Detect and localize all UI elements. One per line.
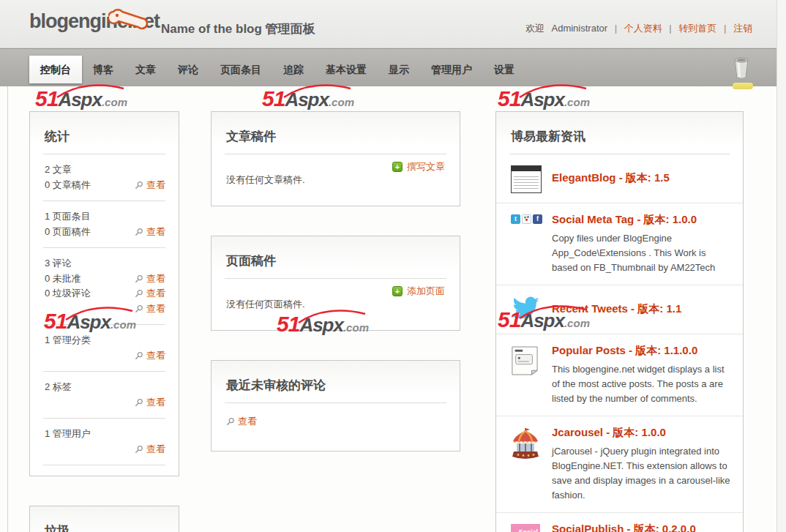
view-link[interactable]: 查看 [135,286,165,301]
twitter-icon: t [511,214,520,224]
magnifier-icon [135,274,143,283]
news-item-title[interactable]: Recent Tweets - 版本: 1.1 [552,302,681,316]
empty-message: 没有任何文章稿件. [226,173,445,187]
add-icon: + [392,286,403,296]
admin-dashboard-page: blogengine.net Name of the blog 管理面板 欢迎 … [0,0,786,532]
news-item-description: jCarousel - jQuery plugin integrated int… [552,444,733,503]
view-link[interactable]: 查看 [135,395,165,411]
tab-comments[interactable]: 评论 [167,56,209,83]
twitter-bird-icon [511,295,544,324]
view-link[interactable]: 查看 [135,271,165,287]
news-panel: 博易最新资讯 ElegantBlog - 版本: 1.5 t f [495,111,744,532]
news-item-description: Copy files under BlogEngine App_Code\Ext… [552,231,733,275]
tab-pages[interactable]: 页面条目 [209,56,272,83]
news-item-title[interactable]: Jcarousel - 版本: 1.0.0 [552,426,666,440]
view-link[interactable]: 查看 [135,225,165,240]
watermark-51aspx: 51Aspx.com [35,86,127,111]
google-icon [522,214,531,224]
content-left-border [7,86,8,532]
magnifier-icon [135,181,143,190]
trash-bin-panel: 垃圾 [29,506,179,532]
tab-blog[interactable]: 博客 [82,56,124,83]
write-post-link[interactable]: + 撰写文章 [392,160,445,173]
social-meta-tag-icon: t f [511,213,544,275]
tab-posts[interactable]: 文章 [124,56,167,83]
tab-users[interactable]: 管理用户 [420,56,483,83]
tab-trackbacks[interactable]: 追踪 [272,56,315,83]
logout-link[interactable]: 注销 [733,23,752,34]
stat-label: 0 页面稿件 [45,225,91,240]
news-item-title[interactable]: Social Meta Tag - 版本: 1.0.0 [552,213,697,227]
stat-label: 0 文章稿件 [45,178,91,193]
list-item: Popular Posts - 版本: 1.1.0.0 This blogeng… [496,334,743,416]
socialpublish-icon: SocialPublish [511,522,544,532]
tab-settings[interactable]: 设置 [483,56,525,83]
view-link[interactable]: 查看 [135,178,165,193]
magnifier-icon [135,289,143,298]
stat-label: 2 标签 [45,380,72,395]
stats-group-categories: 1 管理分类 查看 [30,325,179,371]
wrench-icon [108,3,151,37]
list-item: Recent Tweets - 版本: 1.1 [496,285,743,334]
stats-panel: 统计 2 文章 0 文章稿件 查看 1 页面条目 0 页面稿件 查看 3 评论 … [29,111,179,476]
stat-label: 1 管理分类 [45,333,91,348]
username: Administrator [547,23,608,34]
tab-appearance[interactable]: 显示 [378,56,420,83]
magnifier-icon [226,417,235,426]
trash-icon[interactable] [732,56,751,80]
stat-label: 3 评论 [45,256,72,271]
article-drafts-title: 文章稿件 [212,112,460,154]
list-item: t f Social Meta Tag - 版本: 1.0.0 Copy fil… [496,203,743,285]
stat-label: 1 管理用户 [45,427,91,442]
unapproved-comments-panel: 最近未审核的评论 查看 [211,360,460,452]
view-link[interactable]: 查看 [135,348,165,364]
add-page-link[interactable]: + 添加页面 [392,285,445,298]
watermark-51aspx: 51Aspx.com [498,86,590,111]
stats-group-posts: 2 文章 0 文章稿件 查看 [30,154,179,201]
welcome-label: 欢迎 [525,23,544,34]
yellow-marker [733,83,753,89]
stats-group-pages: 1 页面条目 0 页面稿件 查看 [30,201,179,247]
left-column: 统计 2 文章 0 文章稿件 查看 1 页面条目 0 页面稿件 查看 3 评论 … [29,111,179,532]
magnifier-icon [135,351,143,360]
nav-tabs: 控制台 博客 文章 评论 页面条目 追踪 基本设置 显示 管理用户 设置 [29,49,525,87]
middle-column: 文章稿件 + 撰写文章 没有任何文章稿件. 页面稿件 + 添加页面 没有任何页面… [211,111,460,481]
view-link[interactable]: 查看 [135,442,165,457]
magnifier-icon [135,304,143,313]
view-link[interactable]: 查看 [226,415,257,428]
magnifier-icon [135,228,143,236]
news-panel-title: 博易最新资讯 [496,112,743,154]
watermark-51aspx: 51Aspx.com [262,86,354,111]
add-icon: + [392,162,403,172]
go-home-link[interactable]: 转到首页 [678,23,716,34]
tab-basic-settings[interactable]: 基本设置 [315,56,378,83]
magnifier-icon [135,398,143,407]
stats-group-tags: 2 标签 查看 [30,372,179,418]
elegantblog-icon [511,164,544,193]
stat-label: 2 文章 [45,162,72,178]
right-column: 博易最新资讯 ElegantBlog - 版本: 1.5 t f [495,111,744,532]
news-item-title[interactable]: ElegantBlog - 版本: 1.5 [552,171,670,185]
tab-dashboard[interactable]: 控制台 [29,56,82,83]
profile-link[interactable]: 个人资料 [624,23,662,34]
user-bar: 欢迎 Administrator | 个人资料 | 转到首页 | 注销 [525,22,752,35]
stat-label: 0 垃圾评论 [45,286,91,301]
stat-label: 0 未批准 [45,271,81,287]
article-drafts-panel: 文章稿件 + 撰写文章 没有任何文章稿件. [211,111,460,206]
empty-message: 没有任何页面稿件. [226,298,445,311]
jcarousel-icon [511,426,544,503]
view-link[interactable]: 查看 [135,301,165,317]
list-item: Jcarousel - 版本: 1.0.0 jCarousel - jQuery… [496,416,743,513]
page-drafts-panel: 页面稿件 + 添加页面 没有任何页面稿件. [211,236,460,331]
header: blogengine.net Name of the blog 管理面板 欢迎 … [0,0,786,48]
magnifier-icon [135,445,143,454]
facebook-icon: f [533,214,542,224]
unapproved-comments-title: 最近未审核的评论 [212,361,460,402]
popular-posts-icon [511,344,544,406]
vertical-scrollbar[interactable] [776,0,786,532]
page-drafts-title: 页面稿件 [212,236,460,278]
news-item-title[interactable]: SocialPublish - 版本: 0.2.0.0 [552,522,696,532]
page-title: Name of the blog 管理面板 [161,20,315,37]
list-item: ElegantBlog - 版本: 1.5 [496,154,743,203]
news-item-title[interactable]: Popular Posts - 版本: 1.1.0.0 [552,344,697,358]
